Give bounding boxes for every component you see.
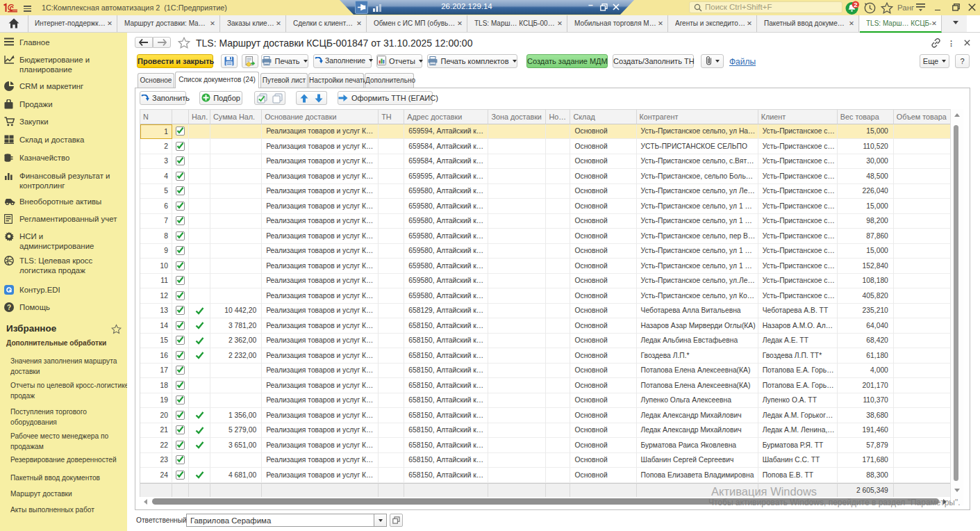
svg-text:2: 2 [854, 1, 857, 8]
svg-text:?: ? [7, 304, 11, 311]
